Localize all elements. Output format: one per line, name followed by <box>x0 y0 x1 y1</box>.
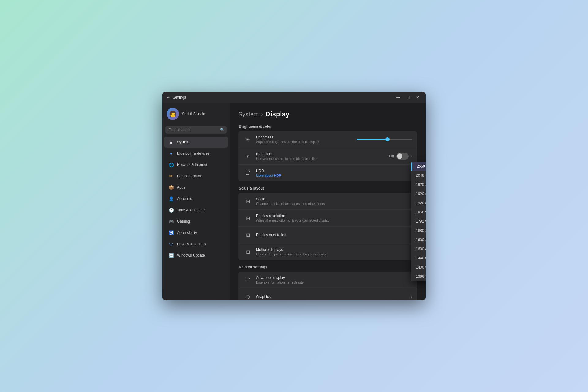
titlebar-left: ← Settings <box>166 95 186 100</box>
scale-text: Scale Change the size of text, apps, and… <box>256 197 411 205</box>
resolution-dropdown[interactable]: 2560 × 1440 (Recommended) 2048 × 1152 19… <box>411 162 426 281</box>
night-light-icon: ☀ <box>243 152 252 161</box>
nav-apps-label: Apps <box>177 185 185 190</box>
night-light-chevron: › <box>411 154 412 158</box>
bluetooth-icon: ● <box>168 151 174 156</box>
night-light-row[interactable]: ☀ Night light Use warmer colors to help … <box>238 148 417 165</box>
nav-personalization-label: Personalization <box>177 174 202 178</box>
brightness-slider-thumb[interactable] <box>385 137 390 141</box>
night-light-control: Off › <box>389 153 412 160</box>
nav-privacy[interactable]: 🛡 Privacy & security <box>164 239 228 250</box>
hdr-title: HDR <box>256 169 412 173</box>
dropdown-item-12[interactable]: 1366 × 768 <box>411 272 426 281</box>
close-button[interactable]: ✕ <box>413 94 422 101</box>
multiple-displays-row[interactable]: ⊞ Multiple displays Choose the presentat… <box>238 243 417 260</box>
back-button[interactable]: ← <box>166 95 170 100</box>
display-orientation-icon: ⊡ <box>243 230 252 239</box>
nav-accounts[interactable]: 👤 Accounts <box>164 193 228 204</box>
dropdown-item-2[interactable]: 1920 × 1440 <box>411 180 426 189</box>
graphics-text: Graphics <box>256 295 411 299</box>
brightness-icon: ☀ <box>243 135 252 144</box>
dropdown-item-8[interactable]: 1600 × 1200 <box>411 235 426 244</box>
scale-subtitle: Change the size of text, apps, and other… <box>256 202 411 205</box>
titlebar: ← Settings — ▢ ✕ <box>162 92 426 103</box>
minimize-button[interactable]: — <box>394 94 402 101</box>
settings-window: ← Settings — ▢ ✕ 🧑 Srishti Sisodia 🔍 🖥 <box>162 92 426 300</box>
brightness-subtitle: Adjust the brightness of the built-in di… <box>256 140 357 144</box>
nav-update[interactable]: 🔄 Windows Update <box>164 250 228 261</box>
brightness-title: Brightness <box>256 135 357 139</box>
hdr-text: HDR More about HDR <box>256 169 412 177</box>
hdr-icon: 🖵 <box>243 168 252 178</box>
scale-layout-card: ⊞ Scale Change the size of text, apps, a… <box>238 193 417 260</box>
graphics-chevron: › <box>411 295 412 299</box>
search-input[interactable] <box>165 126 227 134</box>
avatar: 🧑 <box>167 108 179 120</box>
username: Srishti Sisodia <box>182 112 205 116</box>
nav-gaming[interactable]: 🎮 Gaming <box>164 216 228 227</box>
section-brightness-title: Brightness & color <box>238 124 417 129</box>
graphics-row[interactable]: ⬡ Graphics › <box>238 288 417 300</box>
nav-network-label: Network & internet <box>177 163 207 167</box>
nav-apps[interactable]: 📦 Apps <box>164 182 228 193</box>
dropdown-item-6[interactable]: 1792 × 1344 <box>411 217 426 226</box>
dropdown-item-9[interactable]: 1600 × 900 <box>411 244 426 254</box>
scale-row[interactable]: ⊞ Scale Change the size of text, apps, a… <box>238 193 417 210</box>
night-light-title: Night light <box>256 152 389 156</box>
advanced-display-title: Advanced display <box>256 276 411 280</box>
maximize-button[interactable]: ▢ <box>404 94 412 101</box>
display-orientation-row[interactable]: ⊡ Display orientation › <box>238 227 417 243</box>
night-light-toggle[interactable] <box>396 153 409 160</box>
advanced-display-text: Advanced display Display information, re… <box>256 276 411 284</box>
accessibility-icon: ♿ <box>168 230 174 236</box>
multiple-displays-text: Multiple displays Choose the presentatio… <box>256 247 411 256</box>
display-resolution-row[interactable]: ⊟ Display resolution Adjust the resoluti… <box>238 210 417 227</box>
window-content: 🧑 Srishti Sisodia 🔍 🖥 System ● Bluetooth… <box>162 103 426 300</box>
dropdown-item-7[interactable]: 1680 × 1050 <box>411 226 426 235</box>
brightness-slider-track[interactable] <box>357 139 412 140</box>
system-icon: 🖥 <box>168 139 174 145</box>
nav-bluetooth[interactable]: ● Bluetooth & devices <box>164 148 228 159</box>
display-resolution-subtitle: Adjust the resolution to fit your connec… <box>256 219 411 222</box>
hdr-row[interactable]: 🖵 HDR More about HDR 2560 × 1440 (Recomm… <box>238 165 417 181</box>
dropdown-item-4[interactable]: 1920 × 1080 <box>411 198 426 208</box>
search-icon[interactable]: 🔍 <box>220 128 225 132</box>
privacy-icon: 🛡 <box>168 241 174 247</box>
advanced-display-row[interactable]: 🖵 Advanced display Display information, … <box>238 272 417 288</box>
dropdown-item-11[interactable]: 1400 × 1050 <box>411 263 426 272</box>
dropdown-item-1[interactable]: 2048 × 1152 <box>411 171 426 180</box>
dropdown-item-0[interactable]: 2560 × 1440 (Recommended) <box>411 162 426 171</box>
update-icon: 🔄 <box>168 253 174 258</box>
section-related-title: Related settings <box>238 265 417 269</box>
scale-title: Scale <box>256 197 411 201</box>
nav-network[interactable]: 🌐 Network & internet <box>164 159 228 170</box>
accounts-icon: 👤 <box>168 196 174 202</box>
breadcrumb-sep: › <box>261 111 263 118</box>
personalization-icon: ✏ <box>168 173 174 179</box>
dropdown-item-10[interactable]: 1440 × 900 <box>411 254 426 263</box>
dropdown-item-5[interactable]: 1856 × 1392 <box>411 208 426 217</box>
search-box: 🔍 <box>165 126 227 134</box>
nav-personalization[interactable]: ✏ Personalization <box>164 171 228 182</box>
advanced-display-subtitle: Display information, refresh rate <box>256 281 411 284</box>
nav-time-label: Time & language <box>177 208 205 212</box>
brightness-row[interactable]: ☀ Brightness Adjust the brightness of th… <box>238 131 417 148</box>
hdr-subtitle[interactable]: More about HDR <box>256 174 412 177</box>
user-profile[interactable]: 🧑 Srishti Sisodia <box>162 103 230 125</box>
nav-gaming-label: Gaming <box>177 219 190 224</box>
nav-accessibility[interactable]: ♿ Accessibility <box>164 227 228 238</box>
display-resolution-title: Display resolution <box>256 214 411 218</box>
multiple-displays-icon: ⊞ <box>243 247 252 256</box>
nav-time[interactable]: 🕐 Time & language <box>164 205 228 216</box>
night-light-off-label: Off <box>389 154 394 158</box>
nav-system[interactable]: 🖥 System <box>164 137 228 148</box>
gaming-icon: 🎮 <box>168 219 174 224</box>
dropdown-item-3[interactable]: 1920 × 1200 <box>411 189 426 198</box>
advanced-display-icon: 🖵 <box>243 275 252 285</box>
nav-system-label: System <box>177 140 189 144</box>
nav-accounts-label: Accounts <box>177 197 192 201</box>
brightness-control[interactable] <box>357 139 412 140</box>
network-icon: 🌐 <box>168 162 174 168</box>
toggle-thumb <box>397 153 402 159</box>
breadcrumb-system[interactable]: System <box>238 111 259 118</box>
